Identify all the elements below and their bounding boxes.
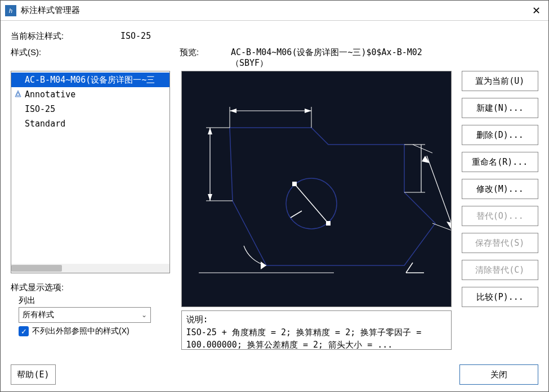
scrollbar-thumb[interactable] <box>11 265 62 272</box>
chevron-down-icon: ⌄ <box>141 311 147 319</box>
svg-line-1 <box>294 184 328 223</box>
main-row: AC-B-M04~M06(设备房详图一~三 Annotative ISO-25 <box>11 71 538 359</box>
rename-button[interactable]: 重命名(R)... <box>462 152 538 172</box>
style-item-1[interactable]: Annotative <box>11 87 169 102</box>
style-item-2[interactable]: ISO-25 <box>11 102 169 116</box>
svg-marker-13 <box>208 128 212 134</box>
svg-marker-25 <box>261 262 266 269</box>
svg-rect-3 <box>326 221 331 226</box>
description-box: 说明: ISO-25 + 角度精度 = 2; 换算精度 = 2; 换算子零因子 … <box>181 310 452 350</box>
checkbox-icon: ✓ <box>19 326 29 336</box>
set-current-button[interactable]: 置为当前(U) <box>462 71 538 91</box>
horizontal-scrollbar[interactable] <box>11 264 169 273</box>
description-label: 说明: <box>186 313 447 326</box>
style-item-3[interactable]: Standard <box>11 116 169 131</box>
svg-line-20 <box>413 145 432 153</box>
current-style-row: 当前标注样式: ISO-25 <box>11 31 538 42</box>
styles-label: 样式(S): <box>11 47 180 69</box>
svg-line-4 <box>291 211 302 218</box>
left-column: AC-B-M04~M06(设备房详图一~三 Annotative ISO-25 <box>11 71 170 359</box>
compare-button[interactable]: 比较(P)... <box>462 287 538 307</box>
dimension-preview-svg <box>182 71 451 307</box>
xref-checkbox-label: 不列出外部参照中的样式(X) <box>32 326 130 336</box>
override-button: 替代(O)... <box>462 206 538 226</box>
list-label: 列出 <box>19 295 170 306</box>
style-item-label: ISO-25 <box>25 104 55 114</box>
list-filter-select[interactable]: 所有样式 ⌄ <box>19 307 151 323</box>
style-listbox[interactable]: AC-B-M04~M06(设备房详图一~三 Annotative ISO-25 <box>11 71 170 273</box>
close-button[interactable]: 关闭 <box>459 364 538 385</box>
svg-marker-8 <box>230 109 236 113</box>
select-value: 所有样式 <box>23 310 54 320</box>
right-button-column: 置为当前(U) 新建(N)... 删除(D)... 重命名(R)... 修改(M… <box>462 71 538 359</box>
preview-label: 预览: <box>180 47 231 69</box>
close-icon[interactable]: ✕ <box>528 3 544 19</box>
titlebar: h 标注样式管理器 ✕ <box>1 1 548 21</box>
display-options-group: 样式显示选项: 列出 所有样式 ⌄ ✓ 不列出外部参照中的样式(X) <box>11 282 170 336</box>
svg-marker-9 <box>305 109 311 113</box>
preview-canvas <box>181 71 452 307</box>
style-item-0[interactable]: AC-B-M04~M06(设备房详图一~三 <box>11 73 169 87</box>
description-text: ISO-25 + 角度精度 = 2; 换算精度 = 2; 换算子零因子 = 10… <box>186 326 447 352</box>
header-row: 样式(S): 预览: AC-B-M04~M06(设备房详图一~三)$0$Ax-B… <box>11 47 538 69</box>
save-override-button: 保存替代(S) <box>462 233 538 253</box>
svg-marker-23 <box>447 222 451 229</box>
style-item-label: AC-B-M04~M06(设备房详图一~三 <box>25 75 155 85</box>
app-icon: h <box>5 5 16 16</box>
footer: 帮助(E) 关闭 <box>1 363 548 391</box>
preview-style-name: AC-B-M04~M06(设备房详图一~三)$0$Ax-B-M02（SBYF） <box>231 47 450 69</box>
delete-button[interactable]: 删除(D)... <box>462 125 538 145</box>
style-item-label: Standard <box>25 119 65 129</box>
clear-override-button: 清除替代(C) <box>462 260 538 280</box>
style-item-label: Annotative <box>25 89 75 100</box>
svg-rect-2 <box>292 182 297 186</box>
new-button[interactable]: 新建(N)... <box>462 98 538 118</box>
modify-button[interactable]: 修改(M)... <box>462 179 538 199</box>
middle-column: 说明: ISO-25 + 角度精度 = 2; 换算精度 = 2; 换算子零因子 … <box>181 71 452 359</box>
xref-checkbox-row[interactable]: ✓ 不列出外部参照中的样式(X) <box>19 326 170 336</box>
content-area: 当前标注样式: ISO-25 样式(S): 预览: AC-B-M04~M06(设… <box>1 21 548 363</box>
current-style-label: 当前标注样式: <box>11 31 120 42</box>
help-button[interactable]: 帮助(E) <box>11 364 56 385</box>
current-style-value: ISO-25 <box>120 31 151 42</box>
svg-marker-14 <box>208 194 212 201</box>
annotative-icon <box>14 89 23 98</box>
display-options-title: 样式显示选项: <box>11 282 170 293</box>
svg-line-26 <box>406 263 413 273</box>
dialog-window: h 标注样式管理器 ✕ 当前标注样式: ISO-25 样式(S): 预览: AC… <box>0 0 549 392</box>
window-title: 标注样式管理器 <box>21 5 80 16</box>
